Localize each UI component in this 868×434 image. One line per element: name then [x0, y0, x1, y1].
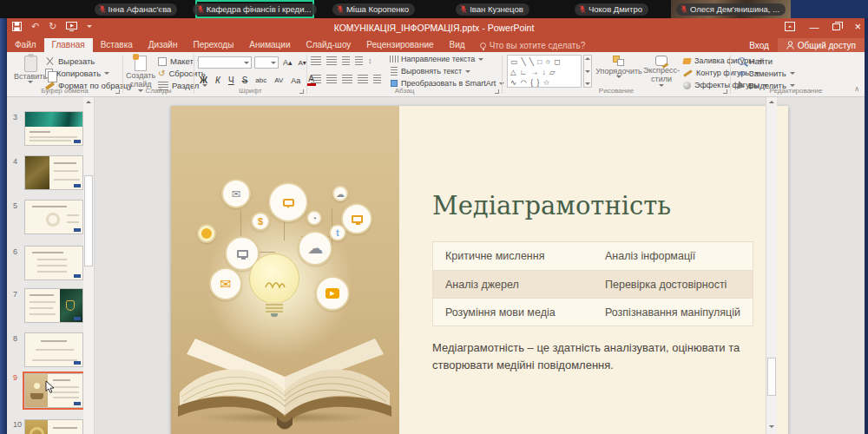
decrease-indent-icon[interactable] — [342, 56, 350, 65]
tab-slideshow[interactable]: Слайд-шоу — [298, 38, 358, 52]
participant-tile-active-speaker[interactable]: Кафедра фінансів і креди... — [195, 0, 314, 18]
thumb-page-chip — [74, 317, 81, 320]
tab-review[interactable]: Рецензирование — [358, 38, 441, 52]
participant-name: Олеся Дем'янишина, ... — [690, 4, 779, 14]
ribbon-tab-row: Файл Главная Вставка Дизайн Переходы Ани… — [7, 38, 865, 52]
underline-button[interactable]: Ч — [227, 76, 236, 85]
thumbnail-scrollbar-thumb[interactable] — [84, 175, 93, 266]
scroll-up-icon[interactable] — [769, 101, 774, 103]
strikethrough-button[interactable]: S — [240, 76, 250, 85]
text-shadow-button[interactable]: abc — [253, 76, 268, 84]
tab-home[interactable]: Главная — [44, 38, 93, 52]
justify-icon[interactable] — [358, 75, 368, 83]
participant-tile-video-on[interactable]: Олеся Дем'янишина, ... — [671, 0, 791, 18]
text-direction-button[interactable]: Направление текста — [391, 55, 483, 63]
minimize-button[interactable]: — — [809, 22, 819, 32]
grow-font-button[interactable]: А▴ — [281, 58, 294, 67]
smartart-icon — [391, 80, 398, 87]
align-right-icon[interactable] — [342, 75, 352, 83]
increase-indent-icon[interactable] — [355, 56, 363, 65]
copy-button[interactable]: Копировать — [45, 69, 109, 78]
clipboard-dialog-launcher[interactable] — [115, 89, 120, 94]
thumb-page-chip — [74, 402, 81, 405]
thumbnail-slide-3[interactable] — [24, 111, 83, 146]
align-center-icon[interactable] — [326, 75, 337, 83]
tab-design[interactable]: Дизайн — [141, 38, 186, 52]
tab-insert[interactable]: Вставка — [93, 38, 141, 52]
font-dialog-launcher[interactable] — [299, 89, 304, 94]
slide-artwork-book-lightbulb: ✉ $ ◔ ☁ ☁ t ✉ ▶ — [171, 106, 399, 434]
scroll-down-icon[interactable] — [769, 425, 774, 428]
shapes-gallery-scroll[interactable] — [583, 55, 592, 88]
font-name-combobox[interactable] — [198, 56, 252, 69]
tell-me-box[interactable]: Что вы хотите сделать? — [473, 38, 593, 52]
ribbon-display-options-icon[interactable] — [785, 22, 795, 31]
reset-icon: ↺ — [158, 69, 165, 78]
change-case-button[interactable]: Aa — [289, 76, 302, 85]
dollar-icon: $ — [251, 212, 270, 231]
thumbnail-slide-8[interactable] — [24, 332, 83, 367]
thumbnail-slide-7[interactable] — [24, 288, 83, 323]
participant-tile[interactable]: Інна Афанас'єва — [76, 0, 195, 18]
main-scrollbar-thumb[interactable] — [767, 358, 776, 396]
group-slides: Создать слайд Макет ↺Сбросить Раздел Сла… — [123, 52, 194, 96]
numbering-icon[interactable] — [326, 56, 337, 65]
quick-styles-icon — [655, 56, 667, 66]
clock-icon: ◔ — [306, 210, 322, 226]
shapes-gallery[interactable]: ▭ ╲ ╲ □ ○ ◻ △ ∟ → ↓ ▱ ∿ ◠ { } ☆ — [507, 55, 582, 88]
group-editing: Найти abЗаменить Выделить Редактирование — [731, 52, 861, 96]
participant-tile[interactable]: Іван Кузнецов — [433, 0, 552, 18]
thumbnail-slide-4[interactable] — [24, 155, 83, 190]
tab-animations[interactable]: Анимации — [241, 38, 298, 52]
align-left-icon[interactable] — [311, 75, 321, 83]
cut-button[interactable]: Вырезать — [45, 56, 95, 66]
share-button[interactable]: Общий доступ — [778, 38, 865, 52]
columns-icon[interactable] — [373, 75, 381, 83]
table-row: Критичне мислення Аналіз інформації — [433, 242, 753, 270]
thumbnail-slide-10[interactable] — [24, 419, 83, 434]
slide-table[interactable]: Критичне мислення Аналіз інформації Анал… — [432, 241, 753, 326]
shapes-row: △ ∟ → ↓ ▱ — [510, 67, 578, 77]
lightbulb-icon — [480, 43, 486, 49]
thumbnail-slide-6[interactable] — [24, 246, 83, 280]
participant-name: Іван Кузнецов — [470, 4, 523, 14]
paragraph-dialog-launcher[interactable] — [495, 89, 499, 94]
thumbnail-scrollbar[interactable] — [83, 97, 95, 434]
slide-paragraph[interactable]: Медіаграмотність – це здатність аналізув… — [432, 339, 773, 374]
align-text-button[interactable]: Выровнять текст — [391, 67, 470, 76]
screen: Інна Афанас'єва Кафедра фінансів і креди… — [0, 0, 868, 434]
replace-button[interactable]: abЗаменить — [738, 69, 795, 78]
participant-tile[interactable]: Міша Коропенко — [314, 0, 433, 18]
character-spacing-button[interactable]: AV — [273, 76, 285, 84]
paste-button[interactable]: Вставить — [14, 56, 47, 83]
slide-title[interactable]: Медіаграмотність — [432, 191, 671, 220]
slide-number: 4 — [13, 157, 23, 166]
window-title: КОМУНІКАЦІЯ_ІНФОРМАЦІЯ.pptx - PowerPoint — [0, 23, 868, 33]
arrange-button[interactable]: Упорядочить — [596, 56, 641, 78]
line-spacing-icon[interactable]: ↕ — [368, 56, 372, 65]
participant-tile[interactable]: Чоков Дмитро — [552, 0, 671, 18]
thumbnail-slide-5[interactable] — [24, 200, 83, 234]
tab-transitions[interactable]: Переходы — [185, 38, 241, 52]
envelope-orange-icon: ✉ — [209, 267, 242, 300]
drawing-dialog-launcher[interactable] — [723, 89, 727, 94]
main-scrollbar[interactable] — [766, 97, 777, 434]
find-button[interactable]: Найти — [738, 56, 773, 66]
italic-button[interactable]: К — [214, 76, 222, 85]
restore-button[interactable] — [832, 23, 840, 30]
slide-number: 6 — [13, 247, 23, 256]
tab-file[interactable]: Файл — [7, 38, 44, 52]
slide[interactable]: ✉ $ ◔ ☁ ☁ t ✉ ▶ — [171, 106, 788, 434]
scroll-up-icon[interactable] — [86, 101, 91, 103]
shape-outline-icon — [683, 69, 693, 77]
quick-styles-button[interactable]: Экспресс-стили — [641, 56, 681, 87]
collapse-ribbon-icon[interactable]: ∧ — [854, 85, 859, 93]
tab-view[interactable]: Вид — [442, 38, 473, 52]
font-size-combobox[interactable] — [254, 56, 279, 69]
close-button[interactable]: × — [854, 20, 861, 33]
slide-number-selected: 9 — [13, 373, 23, 382]
bold-button[interactable]: Ж — [198, 76, 209, 85]
sign-in-link[interactable]: Вход — [740, 41, 778, 50]
bullets-icon[interactable] — [311, 56, 321, 65]
table-cell: Розпізнавання маніпуляцій — [593, 306, 753, 319]
